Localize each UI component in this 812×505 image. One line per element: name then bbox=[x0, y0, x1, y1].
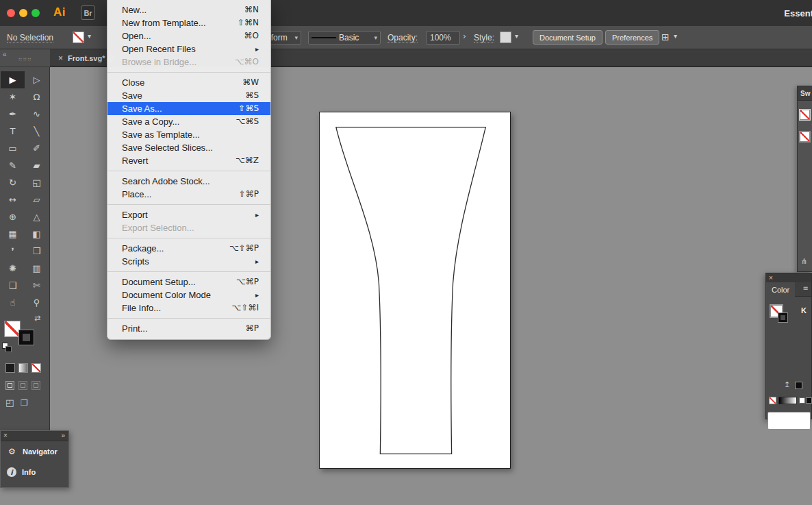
menu-item-export[interactable]: Export▸ bbox=[107, 208, 270, 221]
style-swatch[interactable] bbox=[500, 32, 511, 43]
workspace-switcher[interactable]: Essent bbox=[784, 8, 812, 19]
menu-item-package[interactable]: Package...⌥⇧⌘P bbox=[107, 242, 270, 255]
black-swatch[interactable] bbox=[795, 382, 802, 389]
menu-item-open[interactable]: Open...⌘O bbox=[107, 29, 270, 42]
black-ramp-chip[interactable] bbox=[806, 397, 812, 404]
column-graph-tool[interactable]: ▥ bbox=[25, 260, 49, 277]
zoom-tool[interactable]: ⚲ bbox=[25, 294, 49, 311]
eraser-tool[interactable]: ▰ bbox=[25, 157, 49, 174]
rectangle-tool[interactable]: ▭ bbox=[1, 140, 25, 157]
dock-grip[interactable]: ⠶⠶⠶ bbox=[18, 56, 32, 62]
pen-tool[interactable]: ✒ bbox=[1, 106, 25, 123]
collapse-dock-icon[interactable]: ‹‹ bbox=[3, 51, 6, 58]
zoom-window-button[interactable] bbox=[31, 9, 40, 17]
mesh-tool[interactable]: ▦ bbox=[1, 225, 25, 243]
close-window-button[interactable] bbox=[7, 9, 15, 17]
menu-item-save-a-copy[interactable]: Save a Copy...⌥⌘S bbox=[107, 115, 270, 128]
magic-wand-tool[interactable]: ✶ bbox=[1, 88, 25, 106]
bridge-logo-button[interactable]: Br bbox=[81, 5, 95, 20]
stroke-swatch[interactable] bbox=[19, 330, 34, 345]
panel-menu-icon[interactable]: ≡ bbox=[803, 284, 809, 292]
screen-mode-button[interactable]: ◰ bbox=[5, 397, 14, 408]
chevron-down-icon[interactable]: ▾ bbox=[88, 32, 91, 40]
menu-item-print[interactable]: Print...⌘P bbox=[107, 322, 270, 335]
none-ramp-chip[interactable] bbox=[769, 397, 776, 404]
menu-item-new[interactable]: New...⌘N bbox=[107, 3, 270, 16]
slice-tool[interactable]: ✄ bbox=[25, 277, 49, 294]
artboard-tool[interactable]: ❑ bbox=[1, 277, 25, 294]
swatches-panel-tab[interactable]: Sw bbox=[798, 86, 812, 101]
opacity-input[interactable]: 100% bbox=[426, 31, 460, 45]
shape-builder-tool[interactable]: ⊕ bbox=[1, 208, 25, 225]
symbol-sprayer-tool[interactable]: ✺ bbox=[1, 260, 25, 277]
swatch-none[interactable] bbox=[800, 132, 810, 142]
expand-panel-icon[interactable]: » bbox=[61, 432, 65, 439]
style-label[interactable]: Style: bbox=[474, 33, 494, 43]
scale-tool[interactable]: ◱ bbox=[25, 174, 49, 191]
menu-item-save[interactable]: Save⌘S bbox=[107, 89, 270, 102]
line-segment-tool[interactable]: ╲ bbox=[25, 123, 49, 140]
menu-item-save-as[interactable]: Save As...⇧⌘S bbox=[107, 102, 270, 115]
panel-tab-navigator[interactable]: ⚙Navigator bbox=[1, 441, 68, 462]
perspective-grid-tool[interactable]: △ bbox=[25, 208, 49, 225]
direct-selection-tool[interactable]: ▷ bbox=[25, 71, 49, 88]
close-panel-icon[interactable]: × bbox=[3, 432, 8, 439]
menu-item-revert[interactable]: Revert⌥⌘Z bbox=[107, 154, 270, 167]
opacity-label[interactable]: Opacity: bbox=[388, 33, 418, 43]
color-mode-button[interactable] bbox=[5, 363, 15, 373]
tint-ramp-bar[interactable] bbox=[767, 412, 811, 430]
color-stroke-proxy[interactable] bbox=[778, 313, 787, 322]
menu-item-open-recent-files[interactable]: Open Recent Files▸ bbox=[107, 42, 270, 56]
gradient-mode-button[interactable] bbox=[18, 363, 28, 373]
fill-swatch[interactable] bbox=[4, 321, 21, 337]
fill-color-control[interactable] bbox=[73, 32, 84, 43]
opacity-stepper-icon[interactable]: › bbox=[463, 32, 466, 41]
type-tool[interactable]: T bbox=[1, 123, 25, 140]
menu-item-save-as-template[interactable]: Save as Template... bbox=[107, 128, 270, 141]
preferences-button[interactable]: Preferences bbox=[605, 30, 659, 45]
menu-item-new-from-template[interactable]: New from Template...⇧⌘N bbox=[107, 16, 270, 29]
menu-item-document-color-mode[interactable]: Document Color Mode▸ bbox=[107, 288, 270, 301]
width-tool[interactable]: ↔ bbox=[1, 191, 25, 208]
paintbrush-tool[interactable]: ✐ bbox=[25, 140, 49, 157]
hand-tool[interactable]: ☝ bbox=[1, 294, 25, 311]
chevron-down-icon[interactable]: ▾ bbox=[674, 32, 677, 40]
brush-dropdown[interactable]: Basic ▾ bbox=[308, 31, 381, 45]
symbol-grid-icon[interactable]: ⊞ bbox=[661, 32, 670, 42]
chevron-down-icon[interactable]: ▾ bbox=[515, 32, 518, 40]
document-setup-button[interactable]: Document Setup bbox=[533, 30, 602, 45]
windows-icon[interactable]: ❐ bbox=[21, 398, 28, 408]
pencil-tool[interactable]: ✎ bbox=[1, 157, 25, 174]
selection-tool[interactable]: ▶ bbox=[1, 71, 25, 88]
white-ramp-chip[interactable] bbox=[799, 397, 805, 404]
menu-item-file-info[interactable]: File Info...⌥⇧⌘I bbox=[107, 301, 270, 315]
menu-item-scripts[interactable]: Scripts▸ bbox=[107, 255, 270, 268]
free-transform-tool[interactable]: ▱ bbox=[25, 191, 49, 208]
menu-item-browse-in-bridge[interactable]: Browse in Bridge...⌥⌘O bbox=[107, 56, 270, 69]
swap-fill-stroke-icon[interactable]: ⇄ bbox=[34, 314, 40, 323]
blend-tool[interactable]: ❒ bbox=[25, 243, 49, 260]
menu-item-place[interactable]: Place...⇧⌘P bbox=[107, 188, 270, 201]
minimize-window-button[interactable] bbox=[19, 9, 27, 17]
swatch-none-selected[interactable] bbox=[800, 110, 810, 120]
grayscale-ramp[interactable] bbox=[778, 397, 797, 404]
eyedropper-tool[interactable]: ❜ bbox=[1, 243, 25, 260]
curvature-tool[interactable]: ∿ bbox=[25, 106, 49, 123]
menu-item-search-adobe-stock[interactable]: Search Adobe Stock... bbox=[107, 175, 270, 188]
menu-item-save-selected-slices[interactable]: Save Selected Slices... bbox=[107, 141, 270, 154]
close-panel-icon[interactable]: × bbox=[769, 273, 773, 282]
menu-item-export-selection[interactable]: Export Selection... bbox=[107, 221, 270, 234]
draw-normal-button[interactable] bbox=[5, 381, 14, 390]
vase-outline-artwork[interactable] bbox=[320, 112, 510, 468]
swatch-libraries-icon[interactable]: ⋔ bbox=[801, 257, 807, 266]
menu-item-close[interactable]: Close⌘W bbox=[107, 76, 270, 89]
up-arrow-icon[interactable]: ↥ bbox=[784, 380, 790, 389]
panel-tab-info[interactable]: iInfo bbox=[1, 462, 68, 482]
lasso-tool[interactable]: Ω bbox=[25, 88, 49, 106]
none-mode-button[interactable] bbox=[31, 363, 41, 373]
draw-behind-button[interactable] bbox=[18, 381, 27, 390]
color-panel-tab[interactable]: Color bbox=[766, 282, 795, 297]
menu-item-document-setup[interactable]: Document Setup...⌥⌘P bbox=[107, 275, 270, 288]
default-colors-icon[interactable] bbox=[2, 343, 13, 354]
tab-close-icon[interactable]: × bbox=[58, 53, 63, 63]
